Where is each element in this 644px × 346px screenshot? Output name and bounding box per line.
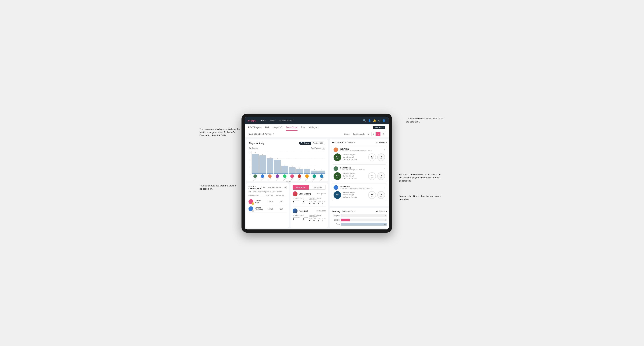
annotation-player-filter: You can also filter to show just one pla… bbox=[399, 195, 444, 201]
users-icon[interactable]: 👤 bbox=[368, 119, 371, 122]
scoring-header: Scoring Par 3, 4 & 5s ▾ All Players ▾ bbox=[332, 210, 387, 213]
scoring-filter-label: Par 3, 4 & 5s bbox=[342, 210, 353, 212]
add-team-button[interactable]: Add Team bbox=[373, 126, 385, 129]
chart-dropdown-button[interactable]: ▾ bbox=[322, 147, 325, 150]
nav-link-performance[interactable]: My Performance bbox=[279, 119, 294, 123]
total-rounds-label: Total Rounds bbox=[311, 147, 321, 149]
bar-8 bbox=[311, 171, 318, 173]
birdies-label: Birdies bbox=[332, 219, 340, 221]
shot-zero-unit-1: yds bbox=[380, 177, 382, 178]
bar-1 bbox=[259, 155, 266, 173]
tab-all-players[interactable]: All Players bbox=[308, 124, 318, 131]
settings-icon[interactable]: ⊕ bbox=[378, 119, 380, 122]
shot-info-2: Shot Dist: 16 yds Start Lie: Rough End L… bbox=[343, 191, 367, 198]
players-filter[interactable]: All Players ▾ bbox=[376, 141, 387, 144]
lb-score-0: 19/20 bbox=[266, 201, 276, 203]
shot-badge-sub-0: SG bbox=[336, 158, 338, 159]
annotation-timescale: Choose the timescale you wish to see the… bbox=[406, 117, 444, 123]
player-col-8: E. Crossman bbox=[311, 174, 318, 180]
scoring-row-eagles: Eagles 3 bbox=[332, 214, 387, 217]
putt-label-1: PUTT bbox=[322, 218, 326, 219]
active-activities-0: Total Practice Activities GTT 0 APP bbox=[309, 197, 326, 205]
search-icon[interactable]: 🔍 bbox=[363, 119, 366, 122]
players-chevron: ▾ bbox=[386, 142, 387, 144]
shot-metrics-2: 198 SG Shot Dist: 16 yds Start Lie: Roug… bbox=[334, 191, 385, 199]
leaderboard-subtitle: PUTT Must Make Putting (3-6 ft), Last 3 … bbox=[248, 191, 287, 192]
shot-dist-2: Shot Dist: 16 yds bbox=[343, 191, 367, 194]
bar-value-2: 10 bbox=[269, 157, 271, 158]
tab-hcaps[interactable]: Hcaps 1-5 bbox=[273, 124, 282, 131]
player-name-3: J. Coles bbox=[276, 177, 279, 181]
heart-view-button[interactable]: ♥ bbox=[376, 132, 380, 136]
shot-date-1: 23 Jul 2023 bbox=[340, 169, 348, 171]
list-view-button[interactable]: ☰ bbox=[381, 132, 385, 136]
active-date-1: 02 Sep 2023 bbox=[317, 210, 326, 212]
app-val-0: 0 bbox=[314, 202, 316, 205]
shot-end-0: End Lie: In The Hole bbox=[343, 158, 367, 161]
shot-start-1: Start Lie: Rough bbox=[343, 175, 367, 177]
most-active-tab[interactable]: Most Active bbox=[292, 185, 309, 190]
on-course-toggle[interactable]: On Course bbox=[299, 142, 311, 145]
edit-icon[interactable]: ✎ bbox=[273, 133, 274, 135]
shots-filter[interactable]: All Shots ▾ bbox=[345, 141, 355, 144]
shot-course-1: Ashridge GC bbox=[349, 169, 358, 171]
shot-expand-0[interactable]: › bbox=[384, 149, 385, 151]
app-val-1: 0 bbox=[314, 219, 316, 222]
least-active-tab[interactable]: Least Active bbox=[309, 185, 326, 190]
shot-expand-1[interactable]: › bbox=[384, 168, 385, 170]
lb-score-1: 18/20 bbox=[266, 208, 276, 210]
tab-tour[interactable]: Tour bbox=[301, 124, 305, 131]
activities-vals-1: GTT 0 APP 0 bbox=[309, 218, 326, 222]
tab-pga[interactable]: PGA bbox=[265, 124, 269, 131]
tab-team-clippd[interactable]: Team Clippd bbox=[286, 124, 298, 131]
bar-5 bbox=[289, 168, 296, 173]
nav-link-home[interactable]: Home bbox=[260, 119, 266, 123]
active-activities-1: Total Practice Activities GTT 0 APP bbox=[309, 214, 326, 222]
grid-view-button[interactable]: ⊞ bbox=[371, 132, 376, 136]
eagles-bar-fill bbox=[341, 214, 341, 217]
left-column: Player Activity On Course Practice Drill… bbox=[246, 139, 328, 228]
shot-zero-0: 0 yds bbox=[377, 154, 385, 161]
shot-player-name-2: David Ford bbox=[340, 185, 372, 188]
leaderboard-title: Practice Leaderboards bbox=[248, 185, 261, 189]
shot-details-2: 24 Aug 2023 · Royal North Devon GC · Hol… bbox=[340, 188, 372, 189]
nav-link-teams[interactable]: Teams bbox=[269, 119, 276, 123]
card-header: Player Activity On Course Practice Drill… bbox=[249, 142, 325, 145]
top-nav: clippd Home Teams My Performance 🔍 👤 🔔 ⊕… bbox=[245, 117, 389, 124]
time-filter-dropdown[interactable]: Last 3 months bbox=[351, 132, 370, 136]
arg-1: ARG 0 bbox=[318, 218, 320, 222]
practice-drills-toggle[interactable]: Practice Drills bbox=[311, 142, 325, 145]
lb-col-avg: PB AVG SQ bbox=[276, 195, 287, 196]
scoring-filter[interactable]: Par 3, 4 & 5s ▾ bbox=[342, 210, 355, 212]
bar-group-2: 10 bbox=[267, 157, 273, 173]
shot-avatar-2 bbox=[334, 185, 338, 190]
player-col-6: R. Butler bbox=[296, 174, 303, 180]
shot-hole-1: Hole 15 bbox=[359, 169, 365, 171]
shots-filter-label: All Shots bbox=[345, 141, 353, 144]
active-player-info-1: Rees Britt bbox=[292, 208, 308, 213]
chart-area: 13 12 bbox=[252, 151, 325, 174]
eagles-label: Eagles bbox=[332, 215, 340, 217]
sub-nav-right: Add Team bbox=[373, 126, 385, 129]
shot-expand-2[interactable]: › bbox=[384, 186, 385, 189]
lb-avg-0: 110 bbox=[276, 201, 287, 203]
shot-yds-unit-1: yds bbox=[371, 177, 373, 178]
birdies-value: 96 bbox=[384, 219, 386, 221]
avatar-icon[interactable]: 👤 bbox=[382, 119, 385, 122]
leaderboard-dropdown[interactable]: PUTT Must Make Putting ... bbox=[261, 186, 287, 189]
shot-details-1: 23 Jul 2023 · Ashridge GC · Hole 15 bbox=[340, 169, 365, 171]
shot-yds-1: 43 yds bbox=[368, 172, 376, 180]
player-avatar-1 bbox=[261, 174, 264, 178]
bell-icon[interactable]: 🔔 bbox=[373, 119, 376, 122]
scoring-players[interactable]: All Players ▾ bbox=[376, 210, 387, 212]
bar-group-7: 3 bbox=[304, 168, 310, 173]
bars-container: 13 12 bbox=[252, 151, 325, 174]
active-stats-1: Total Rounds Tournament 8 Practice bbox=[292, 214, 326, 222]
tab-pgat-players[interactable]: PGAT Players bbox=[248, 124, 261, 131]
scoring-players-label: All Players bbox=[376, 210, 385, 212]
tournament-stat-1: Tournament 8 bbox=[292, 216, 300, 221]
on-course-label: On Course bbox=[249, 147, 258, 149]
shot-card-0: Matt Miller 09 Jun 2023 · Royal North De… bbox=[332, 146, 387, 163]
shot-badge-sub-1: SG bbox=[336, 176, 338, 178]
gtt-0: GTT 0 bbox=[309, 201, 312, 205]
